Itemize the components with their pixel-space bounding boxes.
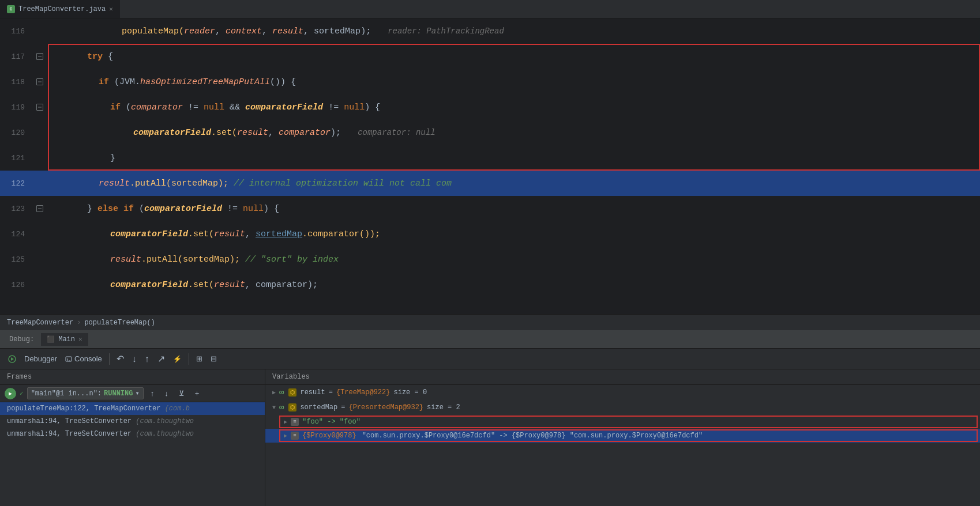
debug-main-tab[interactable]: ⬛ Main ✕ (41, 333, 88, 346)
gutter (32, 95, 48, 120)
gutter-marker (36, 104, 43, 111)
console-button[interactable]: Console (62, 353, 106, 365)
red-box-foo (279, 416, 978, 428)
variable-proxy-entry[interactable]: ▶ ≡ {$Proxy0@978} "com.sun.proxy.$Proxy0… (265, 429, 980, 443)
var-entry-icon: ≡ (291, 418, 299, 426)
frame-location-1: populateTreeMap:122, TreeMapConverter (c… (7, 405, 190, 413)
watches-icon: ⊞ (196, 354, 202, 363)
code-line-123: 123 } else if (comparatorField != null) … (0, 196, 980, 221)
var-type: {TreeMap@922} (336, 388, 391, 397)
infinity-icon: ∞ (279, 403, 284, 412)
thread-label: "main"@1 in...n": (31, 390, 102, 398)
var-type-icon: ⬡ (288, 388, 296, 397)
gutter (32, 44, 48, 69)
step-out-button[interactable]: ↑ (141, 352, 153, 366)
gutter-marker (36, 78, 43, 85)
var-name: sortedMap (300, 403, 337, 411)
code-line-122: 122 result.putAll(sortedMap); // interna… (0, 171, 980, 196)
expand-icon: ▼ (272, 405, 276, 411)
thread-down-button[interactable]: ↓ (161, 387, 172, 399)
gutter-breakpoint (36, 53, 43, 60)
resume-icon (8, 355, 16, 363)
expand-icon: ▶ (284, 418, 287, 425)
debugger-label: Debugger (24, 354, 57, 363)
code-line-119: 119 if (comparator != null && comparator… (0, 95, 980, 120)
code-container: 116 populateMap(reader, context, result,… (0, 18, 980, 314)
step-out-icon: ↑ (145, 354, 149, 364)
step-over-icon: ↶ (117, 353, 124, 364)
gutter (32, 120, 48, 145)
file-tab[interactable]: C TreeMapConverter.java ✕ (0, 0, 121, 18)
debug-panel: Debug: ⬛ Main ✕ Debugger Console ↶ ↓ ↑ ↗ (0, 330, 980, 506)
code-text: result.putAll(sortedMap); // internal op… (48, 171, 980, 196)
code-line-121: 121 } (0, 145, 980, 171)
tab-close-button[interactable]: ✕ (109, 5, 113, 13)
breadcrumb-method[interactable]: populateTreeMap() (84, 319, 155, 327)
frame-item-3[interactable]: unmarshal:94, TreeSetConverter (com.thou… (0, 428, 265, 440)
breadcrumb-class[interactable]: TreeMapConverter (7, 319, 73, 327)
watches-button[interactable]: ⊞ (193, 353, 206, 365)
var-equals: = (341, 403, 345, 411)
evaluate-button[interactable]: ⚡ (170, 353, 185, 365)
step-into-button[interactable]: ↓ (129, 352, 140, 366)
line-number: 125 (0, 247, 32, 272)
code-line-120: 120 comparatorField.set(result, comparat… (0, 120, 980, 145)
checkmark-icon: ✓ (20, 390, 24, 397)
thread-row: ▶ ✓ "main"@1 in...n": RUNNING ▾ ↑ ↓ ⊻ + (0, 385, 265, 402)
gutter (32, 18, 48, 44)
line-number: 120 (0, 120, 32, 145)
variable-sortedmap[interactable]: ▼ ∞ ⬡ sortedMap = {PresortedMap@932} siz… (265, 400, 980, 415)
layout-button[interactable]: ⊟ (207, 353, 220, 365)
breadcrumb: TreeMapConverter › populateTreeMap() (0, 314, 980, 330)
debug-tab-name-text: Main (58, 335, 75, 343)
tab-filename: TreeMapConverter.java (18, 5, 106, 13)
thread-status: RUNNING (104, 390, 133, 398)
frames-header: Frames (0, 369, 265, 385)
dropdown-icon: ▾ (135, 389, 139, 398)
gutter (32, 171, 48, 196)
var-size: size = 0 (393, 388, 427, 397)
file-type-icon: C (7, 5, 15, 13)
code-line-124: 124 comparatorField.set(result, sortedMa… (0, 221, 980, 247)
debug-toolbar: Debugger Console ↶ ↓ ↑ ↗ ⚡ ⊞ ⊟ (0, 349, 980, 369)
resume-button[interactable] (5, 353, 20, 365)
breadcrumb-separator: › (77, 319, 81, 327)
thread-up-button[interactable]: ↑ (147, 387, 158, 399)
var-entry-icon: ≡ (291, 432, 299, 440)
step-over-button[interactable]: ↶ (113, 352, 127, 366)
gutter (32, 196, 48, 221)
expand-icon: ▶ (284, 432, 287, 439)
var-size: size = 2 (427, 403, 460, 411)
thread-filter-button[interactable]: ⊻ (175, 387, 188, 399)
var-entry-name: "foo" -> "foo" (302, 418, 361, 426)
gutter-marker (36, 205, 43, 212)
var-type: {PresortedMap@932} (348, 403, 423, 411)
line-number: 119 (0, 95, 32, 120)
line-number: 124 (0, 221, 32, 247)
code-line-118: 118 if (JVM.hasOptimizedTreeMapPutAll())… (0, 69, 980, 95)
add-button[interactable]: + (192, 387, 203, 399)
frame-item-1[interactable]: populateTreeMap:122, TreeMapConverter (c… (0, 402, 265, 415)
infinity-icon: ∞ (279, 388, 284, 397)
debug-tab-close[interactable]: ✕ (78, 335, 82, 343)
editor-area: 116 populateMap(reader, context, result,… (0, 18, 980, 330)
variable-result[interactable]: ▶ ∞ ⬡ result = {TreeMap@922} size = 0 (265, 385, 980, 400)
run-to-cursor-button[interactable]: ↗ (154, 352, 168, 366)
console-label: Console (74, 354, 102, 363)
line-number: 126 (0, 272, 32, 297)
line-number: 122 (0, 171, 32, 196)
thread-selector[interactable]: "main"@1 in...n": RUNNING ▾ (27, 387, 144, 399)
play-button[interactable]: ▶ (5, 388, 16, 399)
frame-item-2[interactable]: unmarshal:94, TreeSetConverter (com.thou… (0, 415, 265, 428)
code-text: comparatorField.set(result, sortedMap.co… (48, 221, 980, 247)
debugger-button[interactable]: Debugger (21, 353, 61, 365)
var-name: result (300, 388, 325, 397)
variable-foo-entry[interactable]: ▶ ≡ "foo" -> "foo" (265, 415, 980, 429)
code-line-125: 125 result.putAll(sortedMap); // "sort" … (0, 247, 980, 272)
line-number: 121 (0, 145, 32, 171)
line-number: 117 (0, 44, 32, 69)
debug-label: Debug: (5, 335, 39, 343)
var-equals: = (329, 388, 333, 397)
console-icon (65, 356, 72, 362)
var-type-icon: ⬡ (288, 403, 296, 411)
